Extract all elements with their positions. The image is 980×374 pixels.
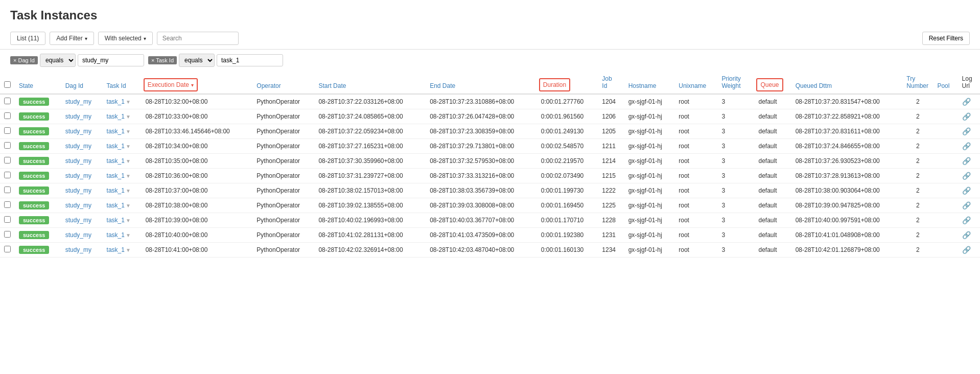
reset-filters-button[interactable]: Reset Filters: [922, 32, 970, 45]
log-url-icon[interactable]: 🔗: [962, 98, 971, 106]
filter-task-icon[interactable]: ▼: [126, 129, 131, 134]
row-checkbox[interactable]: [4, 216, 11, 223]
task-id-link[interactable]: task_1: [107, 128, 125, 135]
col-header-try-number[interactable]: TryNumber: [902, 71, 933, 94]
add-filter-button[interactable]: Add Filter ▾: [50, 32, 94, 45]
log-url-icon[interactable]: 🔗: [962, 201, 971, 209]
log-url-cell[interactable]: 🔗: [958, 183, 980, 198]
log-url-icon[interactable]: 🔗: [962, 157, 971, 165]
dag-id-link[interactable]: study_my: [65, 157, 91, 165]
filter-task-icon[interactable]: ▼: [126, 99, 131, 105]
dag-id-link[interactable]: study_my: [65, 202, 91, 209]
log-url-icon[interactable]: 🔗: [962, 112, 971, 121]
task-id-link[interactable]: task_1: [107, 113, 125, 120]
task-id-link[interactable]: task_1: [107, 246, 125, 253]
with-selected-button[interactable]: With selected ▾: [98, 32, 153, 45]
row-checkbox[interactable]: [4, 142, 11, 149]
log-url-cell[interactable]: 🔗: [958, 109, 980, 124]
col-header-pool[interactable]: Pool: [933, 71, 958, 94]
row-checkbox[interactable]: [4, 231, 11, 238]
task-id-link[interactable]: task_1: [107, 172, 125, 179]
col-header-job-id[interactable]: JobId: [598, 71, 624, 94]
col-header-state[interactable]: State: [15, 71, 61, 94]
task-id-link[interactable]: task_1: [107, 143, 125, 150]
log-url-cell[interactable]: 🔗: [958, 228, 980, 243]
log-url-icon[interactable]: 🔗: [962, 142, 971, 150]
row-checkbox[interactable]: [4, 157, 11, 163]
row-checkbox[interactable]: [4, 201, 11, 208]
dag-id-link[interactable]: study_my: [65, 128, 91, 135]
dag-id-link[interactable]: study_my: [65, 246, 91, 253]
dag-id-link[interactable]: study_my: [65, 143, 91, 150]
dag-id-link[interactable]: study_my: [65, 98, 91, 105]
log-url-cell[interactable]: 🔗: [958, 213, 980, 228]
log-url-cell[interactable]: 🔗: [958, 94, 980, 109]
row-checkbox-cell[interactable]: [0, 183, 15, 198]
task-id-link[interactable]: task_1: [107, 202, 125, 209]
task-value-input[interactable]: [217, 54, 283, 66]
log-url-icon[interactable]: 🔗: [962, 172, 971, 180]
filter-task-icon[interactable]: ▼: [126, 232, 131, 238]
filter-task-icon[interactable]: ▼: [126, 247, 131, 253]
col-header-task-id[interactable]: Task Id: [103, 71, 142, 94]
task-id-link[interactable]: task_1: [107, 231, 125, 239]
row-checkbox[interactable]: [4, 127, 11, 134]
log-url-icon[interactable]: 🔗: [962, 246, 971, 254]
row-checkbox[interactable]: [4, 112, 11, 119]
row-checkbox-cell[interactable]: [0, 94, 15, 109]
log-url-cell[interactable]: 🔗: [958, 169, 980, 183]
filter-task-icon[interactable]: ▼: [126, 173, 131, 179]
row-checkbox[interactable]: [4, 246, 11, 252]
row-checkbox-cell[interactable]: [0, 139, 15, 154]
log-url-cell[interactable]: 🔗: [958, 243, 980, 258]
row-checkbox[interactable]: [4, 172, 11, 178]
filter-task-icon[interactable]: ▼: [126, 114, 131, 120]
row-checkbox-cell[interactable]: [0, 198, 15, 213]
task-id-link[interactable]: task_1: [107, 98, 125, 105]
log-url-cell[interactable]: 🔗: [958, 124, 980, 139]
filter-task-icon[interactable]: ▼: [126, 144, 131, 149]
col-header-execution-date[interactable]: Execution Date ▾: [142, 71, 253, 94]
remove-dag-filter-button[interactable]: × Dag Id: [10, 56, 38, 64]
remove-task-filter-button[interactable]: × Task Id: [148, 56, 177, 64]
row-checkbox-cell[interactable]: [0, 169, 15, 183]
list-button[interactable]: List (11): [10, 32, 45, 45]
row-checkbox-cell[interactable]: [0, 228, 15, 243]
dag-value-input[interactable]: [78, 54, 144, 66]
log-url-cell[interactable]: 🔗: [958, 198, 980, 213]
col-header-unixname[interactable]: Unixname: [674, 71, 717, 94]
task-id-link[interactable]: task_1: [107, 157, 125, 165]
filter-task-icon[interactable]: ▼: [126, 203, 131, 208]
row-checkbox-cell[interactable]: [0, 109, 15, 124]
row-checkbox-cell[interactable]: [0, 154, 15, 169]
task-operator-select[interactable]: equals: [179, 54, 215, 67]
log-url-cell[interactable]: 🔗: [958, 154, 980, 169]
search-input[interactable]: [157, 32, 239, 45]
col-header-queue[interactable]: Queue: [754, 71, 791, 94]
row-checkbox[interactable]: [4, 98, 11, 104]
col-header-dag-id[interactable]: Dag Id: [61, 71, 103, 94]
col-header-start-date[interactable]: Start Date: [314, 71, 426, 94]
task-id-link[interactable]: task_1: [107, 187, 125, 194]
col-header-operator[interactable]: Operator: [252, 71, 314, 94]
task-id-link[interactable]: task_1: [107, 217, 125, 224]
dag-id-link[interactable]: study_my: [65, 113, 91, 120]
row-checkbox-cell[interactable]: [0, 124, 15, 139]
col-header-end-date[interactable]: End Date: [426, 71, 537, 94]
col-header-priority-weight[interactable]: Priority Weight: [717, 71, 754, 94]
dag-operator-select[interactable]: equals: [40, 54, 76, 67]
col-header-hostname[interactable]: Hostname: [624, 71, 675, 94]
log-url-icon[interactable]: 🔗: [962, 231, 971, 239]
dag-id-link[interactable]: study_my: [65, 172, 91, 179]
log-url-icon[interactable]: 🔗: [962, 216, 971, 224]
log-url-icon[interactable]: 🔗: [962, 127, 971, 135]
select-all-header[interactable]: [0, 71, 15, 94]
dag-id-link[interactable]: study_my: [65, 187, 91, 194]
dag-id-link[interactable]: study_my: [65, 217, 91, 224]
col-header-queued-dttm[interactable]: Queued Dttm: [791, 71, 903, 94]
row-checkbox[interactable]: [4, 186, 11, 193]
col-header-duration[interactable]: Duration: [537, 71, 598, 94]
row-checkbox-cell[interactable]: [0, 213, 15, 228]
log-url-icon[interactable]: 🔗: [962, 186, 971, 195]
filter-task-icon[interactable]: ▼: [126, 218, 131, 223]
